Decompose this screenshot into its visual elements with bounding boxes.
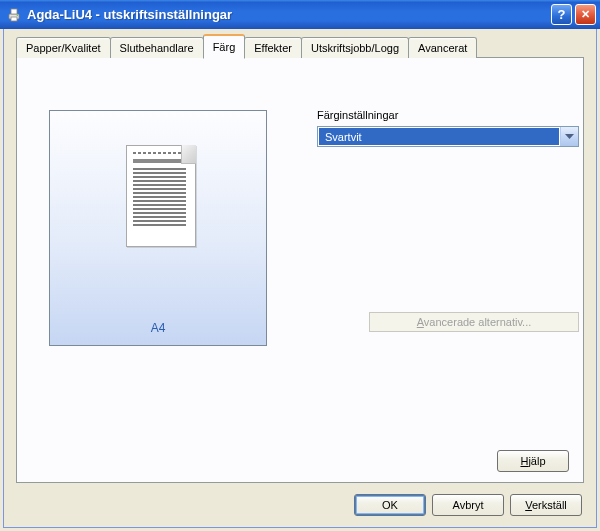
tab-label: Papper/Kvalitet xyxy=(26,42,101,54)
tab-panel-color: A4 Färginställningar Svartvit Avancerade… xyxy=(16,57,584,483)
title-bar: Agda-LiU4 - utskriftsinställningar ? ✕ xyxy=(0,0,600,29)
svg-rect-2 xyxy=(11,17,17,21)
button-label: Avbryt xyxy=(453,499,484,511)
tab-strip: Papper/Kvalitet Slutbehandlare Färg Effe… xyxy=(16,36,584,58)
color-mode-combobox[interactable]: Svartvit xyxy=(317,126,579,147)
printer-icon xyxy=(6,7,22,23)
tab-paper-quality[interactable]: Papper/Kvalitet xyxy=(16,37,111,58)
tab-print-jobs-log[interactable]: Utskriftsjobb/Logg xyxy=(301,37,409,58)
svg-rect-1 xyxy=(11,9,17,14)
color-settings-label: Färginställningar xyxy=(317,109,398,121)
button-label-rest: jälp xyxy=(528,455,545,467)
page-preview: A4 xyxy=(49,110,267,346)
tab-finisher[interactable]: Slutbehandlare xyxy=(110,37,204,58)
tab-label: Färg xyxy=(213,41,236,53)
tab-color[interactable]: Färg xyxy=(203,34,246,59)
tab-label: Effekter xyxy=(254,42,292,54)
button-label: OK xyxy=(382,499,398,511)
color-mode-selected: Svartvit xyxy=(319,128,559,145)
tab-label: Slutbehandlare xyxy=(120,42,194,54)
titlebar-close-button[interactable]: ✕ xyxy=(575,4,596,25)
dialog-button-row: OK Avbryt Verkställ xyxy=(354,494,582,516)
tab-label: Avancerat xyxy=(418,42,467,54)
mnemonic: V xyxy=(525,499,532,511)
mnemonic: A xyxy=(417,316,424,328)
cancel-button[interactable]: Avbryt xyxy=(432,494,504,516)
help-icon: ? xyxy=(558,7,566,22)
window-title: Agda-LiU4 - utskriftsinställningar xyxy=(27,7,548,22)
svg-point-3 xyxy=(17,14,18,15)
titlebar-help-button[interactable]: ? xyxy=(551,4,572,25)
tab-effects[interactable]: Effekter xyxy=(244,37,302,58)
ok-button[interactable]: OK xyxy=(354,494,426,516)
paper-size-label: A4 xyxy=(50,321,266,335)
help-button[interactable]: Hjälp xyxy=(497,450,569,472)
close-icon: ✕ xyxy=(581,8,590,21)
advanced-options-button: Avancerade alternativ... xyxy=(369,312,579,332)
tab-label: Utskriftsjobb/Logg xyxy=(311,42,399,54)
dialog-body: Papper/Kvalitet Slutbehandlare Färg Effe… xyxy=(3,29,597,528)
tab-advanced[interactable]: Avancerat xyxy=(408,37,477,58)
chevron-down-icon[interactable] xyxy=(560,127,578,146)
page-thumbnail xyxy=(126,145,196,247)
button-label-rest: vancerade alternativ... xyxy=(424,316,531,328)
groupbox-title: Färginställningar xyxy=(317,109,398,121)
apply-button[interactable]: Verkställ xyxy=(510,494,582,516)
button-label-rest: erkställ xyxy=(532,499,567,511)
page-curl-icon xyxy=(181,145,196,164)
